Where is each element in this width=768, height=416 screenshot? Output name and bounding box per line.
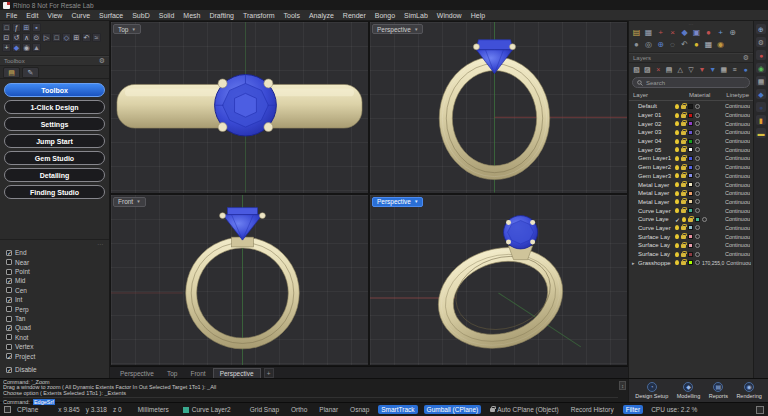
panel-drag-handle[interactable]: ⋯	[631, 23, 751, 27]
visibility-bulb-icon[interactable]	[675, 165, 679, 170]
toolbar-icon[interactable]: ⊙	[32, 33, 41, 42]
status-toggle[interactable]: SmartTrack	[378, 405, 417, 414]
checkbox-icon[interactable]	[6, 259, 12, 265]
layer-color-swatch[interactable]	[688, 252, 693, 257]
viewport-perspective-active[interactable]: Perspective ▼	[370, 195, 627, 366]
layer-linetype[interactable]: Continuou	[725, 112, 750, 118]
menu-item[interactable]: Render	[343, 12, 366, 19]
layer-color-swatch[interactable]	[688, 147, 693, 152]
layer-name[interactable]: Gem Layer2	[638, 164, 673, 170]
layers-toolbar-icon[interactable]: ●	[741, 65, 750, 74]
status-pane-icon[interactable]	[4, 406, 11, 413]
layer-name[interactable]: Metal Layer	[638, 199, 673, 205]
visibility-bulb-icon[interactable]	[675, 191, 679, 196]
layer-color-swatch[interactable]	[688, 243, 693, 248]
layer-row[interactable]: Layer 03 ✓ Continuou	[629, 128, 753, 137]
toolbar-icon[interactable]: ●	[703, 28, 714, 38]
toolbar-icon[interactable]: ◌	[667, 40, 678, 50]
osnap-checkbox[interactable]: Perp	[6, 306, 103, 313]
lock-icon[interactable]	[681, 140, 686, 144]
visibility-bulb-icon[interactable]	[682, 217, 686, 222]
layer-color-swatch[interactable]	[688, 199, 693, 204]
toolbar-icon[interactable]: ⊡	[2, 33, 11, 42]
material-icon[interactable]	[695, 182, 700, 187]
menu-item[interactable]: Transform	[243, 12, 275, 19]
toolbox-button[interactable]: Gem Studio	[4, 151, 105, 165]
checkbox-icon[interactable]	[6, 287, 12, 293]
osnap-checkbox[interactable]: Mid	[6, 277, 103, 284]
lock-icon[interactable]	[681, 105, 686, 109]
toolbar-icon[interactable]: ◉	[22, 43, 31, 52]
toolbar-icon[interactable]: ▪	[32, 23, 41, 32]
visibility-bulb-icon[interactable]	[675, 173, 679, 178]
units-indicator[interactable]: Millimeters	[138, 406, 169, 413]
layer-row[interactable]: Curve Layer ✓ Continuou	[629, 206, 753, 215]
toolbar-icon[interactable]: +	[715, 28, 726, 38]
viewport-tab[interactable]: Perspective	[114, 368, 160, 378]
layer-row[interactable]: Gem Layer2 ✓ Continuou	[629, 163, 753, 172]
layer-name[interactable]: Surface Lay	[638, 234, 673, 240]
menu-item[interactable]: Help	[471, 12, 485, 19]
panel-tab-icon[interactable]: ◆	[756, 89, 766, 99]
osnap-checkbox[interactable]: Vertex	[6, 343, 103, 350]
lock-icon[interactable]	[681, 157, 686, 161]
visibility-bulb-icon[interactable]	[675, 243, 679, 248]
viewport-label-front[interactable]: Front ▼	[113, 197, 146, 207]
layer-name[interactable]: Layer 02	[638, 121, 673, 127]
material-icon[interactable]	[695, 260, 700, 265]
layer-row[interactable]: Metal Layer ✓ Continuou	[629, 189, 753, 198]
menu-item[interactable]: Mesh	[183, 12, 200, 19]
toolbar-icon[interactable]: ƒ	[12, 23, 21, 32]
checkbox-icon[interactable]	[6, 250, 12, 256]
layers-toolbar-icon[interactable]: ▼	[697, 65, 706, 74]
panel-tab-icon[interactable]: ●	[756, 50, 766, 60]
menu-item[interactable]: Curve	[71, 12, 90, 19]
viewport-label-perspective-upper[interactable]: Perspective ▼	[372, 24, 423, 34]
layer-row[interactable]: Default ✓ Continuou	[629, 102, 753, 111]
menu-item[interactable]: File	[6, 12, 17, 19]
layers-toolbar-icon[interactable]: ▧	[632, 65, 641, 74]
column-material[interactable]: Material	[689, 92, 725, 98]
layer-color-swatch[interactable]	[688, 165, 693, 170]
material-icon[interactable]	[695, 234, 700, 239]
toolbar-icon[interactable]: ◎	[643, 40, 654, 50]
layer-linetype[interactable]: Continuou	[725, 164, 750, 170]
checkbox-icon[interactable]	[6, 306, 12, 312]
layer-linetype[interactable]: Continuou	[725, 147, 750, 153]
layer-linetype[interactable]: Continuou	[725, 138, 750, 144]
column-linetype[interactable]: Linetype	[725, 92, 749, 98]
layer-name[interactable]: Curve Layer	[638, 225, 673, 231]
current-layer-indicator[interactable]: Curve Layer2	[183, 406, 231, 413]
toolbar-icon[interactable]: ◇	[62, 33, 71, 42]
layer-linetype[interactable]: Continuou	[725, 190, 750, 196]
layer-name[interactable]: Curve Laye	[638, 216, 673, 222]
lock-icon[interactable]	[681, 235, 686, 239]
layer-color-swatch[interactable]	[688, 191, 693, 196]
layer-linetype[interactable]: Continuou	[725, 242, 750, 248]
gear-icon[interactable]: ⚙	[743, 54, 749, 62]
menu-item[interactable]: Solid	[159, 12, 175, 19]
layer-color-swatch[interactable]	[688, 130, 693, 135]
visibility-bulb-icon[interactable]	[675, 234, 679, 239]
layer-search-input[interactable]: Search	[632, 77, 750, 88]
toolbar-icon[interactable]: ↶	[679, 40, 690, 50]
osnap-checkbox[interactable]: Quad	[6, 324, 103, 331]
layer-name[interactable]: Layer 05	[638, 147, 673, 153]
gear-icon[interactable]: ⚙	[99, 57, 105, 65]
layer-color-swatch[interactable]	[688, 121, 693, 126]
toolbar-icon[interactable]: ▷	[42, 33, 51, 42]
checkbox-icon[interactable]	[6, 353, 12, 359]
panel-tab-icon[interactable]: ▮	[756, 115, 766, 125]
gem-model[interactable]	[220, 207, 266, 239]
layer-name[interactable]: Layer 03	[638, 129, 673, 135]
osnap-checkbox[interactable]: Cen	[6, 287, 103, 294]
toolbox-button[interactable]: 1-Click Design	[4, 100, 105, 114]
layout-icon[interactable]	[756, 406, 764, 414]
lock-icon[interactable]	[688, 218, 693, 222]
toolbar-icon[interactable]: +	[2, 43, 11, 52]
layer-row[interactable]: Layer 04 ✓ Continuou	[629, 137, 753, 146]
panel-drag-handle[interactable]: ⋯	[6, 242, 103, 247]
layer-row[interactable]: Gem Layer3 ✓ Continuou	[629, 172, 753, 181]
layer-name[interactable]: Layer 01	[638, 112, 673, 118]
toolbar-icon[interactable]: ⊞	[22, 23, 31, 32]
